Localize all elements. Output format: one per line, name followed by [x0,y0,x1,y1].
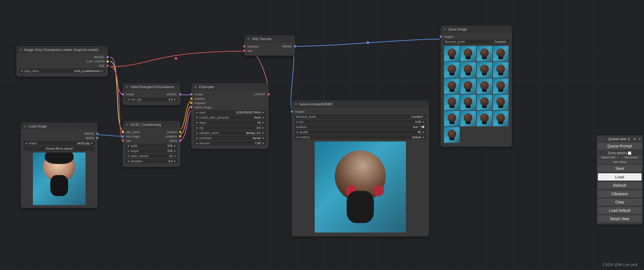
upload-button[interactable]: choose file to upload [23,146,95,151]
thumb [444,62,460,78]
port-dot[interactable] [96,137,99,139]
quality-widget[interactable]: ◀quality80▶ [294,130,427,134]
control-after-generate-widget[interactable]: ◀control_after_generatefixed▶ [194,115,266,120]
fps-widget[interactable]: ◀fps6.00▶ [294,120,427,124]
width-widget[interactable]: ◀width576▶ [125,144,178,148]
filename-prefix-widget[interactable]: filename_prefixComfyUI [443,40,510,44]
port-dot[interactable] [107,56,109,58]
input-clip-vision: clip_vision [126,130,140,134]
node-ksampler[interactable]: KSampler modelLATENT positive negative l… [191,83,269,149]
height-widget[interactable]: ◀height576▶ [125,149,178,153]
port-dot[interactable] [122,93,124,95]
save-button[interactable]: Save [598,165,642,172]
extra-options-checkbox[interactable] [628,151,631,155]
node-titlebar[interactable]: Load Image [21,123,97,130]
port-dot[interactable] [179,140,181,142]
port-dot[interactable] [107,65,109,67]
port-dot[interactable] [122,131,124,133]
port-dot[interactable] [96,133,99,135]
port-dot[interactable] [267,93,270,95]
arrow-right-icon[interactable]: ▶ [91,142,93,144]
node-titlebar[interactable]: VAE Decode [244,35,295,43]
port-dot[interactable] [179,131,181,133]
gear-icon[interactable]: ⚙ [633,137,636,141]
port-dot[interactable] [294,45,296,47]
grip-icon[interactable]: ⋮⋮ [599,137,606,141]
lossless-widget[interactable]: losslesstrue [294,125,427,129]
arrow-right-icon[interactable]: ▶ [101,70,103,72]
clear-button[interactable]: Clear [598,198,642,206]
node-save-animated-webp[interactable]: SaveAnimatedWEBP images filename_prefixC… [292,100,429,237]
port-dot[interactable] [107,60,109,63]
thumb [493,46,509,61]
port-dot[interactable] [440,36,442,38]
filename-prefix-widget[interactable]: filename_prefixComfyUI [294,115,427,119]
port-dot[interactable] [243,45,245,47]
arrow-left-icon[interactable]: ◀ [21,70,23,72]
port-dot[interactable] [243,50,245,52]
node-save-image[interactable]: Save Image images filename_prefixComfyUI [440,25,512,147]
view-queue-button[interactable]: View Queue [620,155,642,159]
steps-widget[interactable]: ◀steps20▶ [194,120,266,125]
node-titlebar[interactable]: Save Image [441,26,512,33]
elevation-widget[interactable]: ◀elevation0.0▶ [125,159,178,163]
node-sv3d-conditioning[interactable]: SV3D_Conditioning clip_visionpositive in… [123,121,181,167]
image-select-widget[interactable]: ◀ image pic(5).jpg ▶ [23,141,95,145]
thumb [477,111,492,126]
ckpt-name-widget[interactable]: ◀ ckpt_name sv3d_p.safetensors ▶ [19,69,106,73]
scheduler-widget[interactable]: ◀schedulerkarras▶ [194,136,266,140]
collapse-dot[interactable] [195,86,197,88]
collapse-dot[interactable] [126,124,128,126]
video-frames-widget[interactable]: ◀video_frames21▶ [125,154,178,158]
port-dot[interactable] [190,106,192,108]
arrow-left-icon[interactable]: ◀ [25,142,27,144]
node-load-image[interactable]: Load Image IMAGE MASK ◀ image pic(5).jpg… [21,122,98,208]
collapse-dot[interactable] [24,125,26,127]
arrow-right-icon[interactable]: ▶ [174,98,176,101]
node-vae-decode[interactable]: VAE Decode samplesIMAGE vae [244,35,295,56]
arrow-left-icon[interactable]: ◀ [127,98,129,101]
port-dot[interactable] [122,140,124,142]
refresh-button[interactable]: Refresh [598,182,642,189]
port-dot[interactable] [179,93,181,95]
collapse-dot[interactable] [295,103,297,105]
min-cfg-widget[interactable]: ◀ min_cfg 1.0 ▶ [125,97,178,102]
seed-widget[interactable]: ◀seed523625528279418▶ [194,110,266,115]
cfg-widget[interactable]: ◀cfg8.0▶ [194,126,266,130]
side-panel[interactable]: ⋮⋮ Queue size: 0 ⚙ ✕ Queue Prompt Extra … [596,135,643,224]
node-checkpoint-loader[interactable]: Image Only Checkpoint Loader (img2vid mo… [16,46,108,77]
extra-options-row[interactable]: Extra options [598,151,642,155]
port-dot[interactable] [179,135,181,137]
collapse-dot[interactable] [248,38,250,40]
thumb [477,62,492,78]
toggle-icon[interactable] [420,126,425,128]
queue-prompt-button[interactable]: Queue Prompt [598,142,642,150]
port-dot[interactable] [122,135,124,137]
port-dot[interactable] [190,102,192,104]
node-titlebar[interactable]: KSampler [191,83,269,91]
node-cfg-guidance[interactable]: VideoTriangleCFGGuidance model MODEL ◀ m… [123,83,181,105]
port-dot[interactable] [190,98,192,100]
clipspace-button[interactable]: Clipspace [598,190,642,198]
node-titlebar[interactable]: Image Only Checkpoint Loader (img2vid mo… [16,46,108,53]
collapse-dot[interactable] [126,86,128,88]
node-titlebar[interactable]: SV3D_Conditioning [123,121,180,128]
close-icon[interactable]: ✕ [638,137,641,141]
method-widget[interactable]: ◀methoddefault▶ [294,135,427,139]
collapse-dot[interactable] [20,49,22,51]
queue-front-button[interactable]: Queue Front [598,155,619,159]
node-titlebar[interactable]: SaveAnimatedWEBP [292,101,429,108]
load-button[interactable]: Load [598,173,642,181]
output-latent: latent [170,139,177,142]
input-vae: vae [248,49,252,52]
sampler-name-widget[interactable]: ◀sampler_namedpmpp_2m▶ [194,131,266,135]
node-title: KSampler [199,85,214,89]
denoise-widget[interactable]: ◀denoise1.00▶ [194,141,266,145]
collapse-dot[interactable] [444,28,446,30]
reset-view-button[interactable]: Reset View [598,215,642,223]
port-dot[interactable] [190,93,192,95]
node-titlebar[interactable]: VideoTriangleCFGGuidance [123,83,180,91]
view-history-button[interactable]: View History [598,160,642,164]
load-default-button[interactable]: Load Default [598,207,642,214]
port-dot[interactable] [291,110,293,113]
